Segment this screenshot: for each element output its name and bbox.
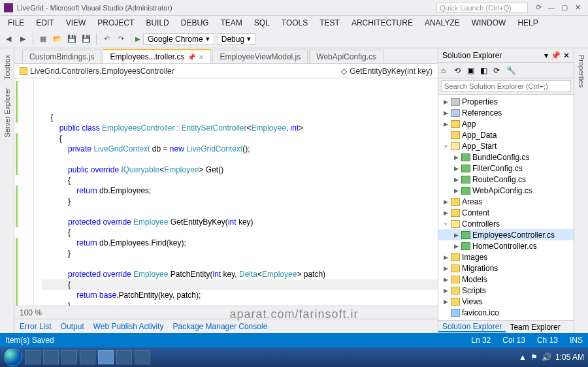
open-icon[interactable]: 📂 [52,33,63,45]
menu-help[interactable]: HELP [512,17,543,29]
expand-icon[interactable]: ▶ [453,243,459,249]
save-icon[interactable]: 💾 [66,33,78,45]
taskbar-item[interactable] [116,350,132,364]
expand-icon[interactable]: ▶ [453,154,459,161]
expand-icon[interactable]: ▶ [453,187,459,194]
menu-tools[interactable]: TOOLS [276,17,313,29]
close-tab-icon[interactable]: ✕ [199,54,204,61]
tree-node[interactable]: ▶Properties [438,96,574,107]
panel-tab[interactable]: Solution Explorer [438,322,506,332]
sync-with-doc-icon[interactable]: ⟲ [454,66,463,75]
home-icon[interactable]: ⌂ [441,66,450,75]
tree-node[interactable]: ▶Views [438,296,574,307]
new-project-icon[interactable]: ▦ [37,33,49,45]
show-all-icon[interactable]: ◧ [480,66,489,75]
expand-icon[interactable]: ▶ [442,265,449,272]
expand-icon[interactable]: ▶ [453,176,459,183]
menu-test[interactable]: TEST [314,17,345,29]
tree-node[interactable]: ▶EmployeesController.cs [438,229,574,240]
expand-icon[interactable]: ▶ [442,254,449,261]
close-button[interactable]: ✕ [571,3,584,12]
pin-icon[interactable]: 📌 [188,54,195,61]
nav-back-icon[interactable]: ◀ [3,33,14,45]
expand-icon[interactable]: ▶ [442,99,449,105]
expand-icon[interactable]: ▿ [442,143,449,150]
tray-icon[interactable]: ⚑ [531,353,538,362]
start-orb[interactable] [4,348,22,366]
tree-node[interactable]: ▶Scripts [438,285,574,296]
tree-node[interactable]: ▶HomeController.cs [438,240,574,251]
expand-icon[interactable]: ▶ [442,287,449,294]
collapse-icon[interactable]: ▣ [467,66,476,75]
refresh-icon[interactable]: ⟳ [493,66,502,75]
redo-icon[interactable]: ↷ [115,33,127,45]
tree-node[interactable]: favicon.ico [438,307,574,318]
undo-icon[interactable]: ↶ [101,33,112,45]
tray-icon[interactable]: ▲ [519,353,527,362]
well-tab-properties[interactable]: Properties [578,52,585,90]
solution-search-input[interactable] [441,80,571,92]
output-tab[interactable]: Output [61,322,84,331]
sync-icon[interactable]: ⟳ [532,3,545,12]
tree-node[interactable]: ▿Controllers [438,218,574,229]
tree-node[interactable]: ▶Models [438,274,574,285]
tray-time[interactable]: 1:05 AM [555,353,584,362]
editor-tab[interactable]: EmployeeViewModel.js [212,50,308,63]
editor-tab[interactable]: WebApiConfig.cs [309,50,384,63]
menu-architecture[interactable]: ARCHITECTURE [346,17,418,29]
panel-pin-icon[interactable]: 📌 [551,51,561,60]
menu-build[interactable]: BUILD [140,17,174,29]
minimize-button[interactable]: — [545,4,558,12]
expand-icon[interactable]: ▶ [442,121,449,127]
tree-node[interactable]: ▶BundleConfig.cs [438,152,574,163]
solution-tree[interactable]: ▶Properties▶References▶AppApp_Data▿App_S… [438,95,574,320]
start-debug-button[interactable]: ▶ [135,35,140,42]
expand-icon[interactable]: ▶ [442,110,449,116]
menu-project[interactable]: PROJECT [92,17,139,29]
expand-icon[interactable]: ▶ [442,199,449,205]
properties-icon[interactable]: 🔧 [506,66,515,75]
menu-view[interactable]: VIEW [61,17,91,29]
taskbar-item[interactable] [25,350,41,364]
taskbar-item[interactable] [43,350,59,364]
expand-icon[interactable]: ▶ [442,210,449,216]
menu-window[interactable]: WINDOW [466,17,512,29]
nav-fwd-icon[interactable]: ▶ [17,33,29,45]
panel-tab[interactable]: Team Explorer [506,323,564,332]
taskbar-item[interactable] [80,350,95,364]
menu-sql[interactable]: SQL [249,17,275,29]
quick-launch-input[interactable]: Quick Launch (Ctrl+Q) [436,3,528,13]
tree-node[interactable]: ▶Images [438,251,574,263]
menu-team[interactable]: TEAM [215,17,247,29]
tree-node[interactable]: ▶FilterConfig.cs [438,163,574,174]
tree-node[interactable]: ▶Migrations [438,263,574,274]
zoom-level[interactable]: 100 % [20,308,42,317]
output-tab[interactable]: Web Publish Activity [93,322,164,331]
panel-close-icon[interactable]: ✕ [563,51,570,60]
menu-edit[interactable]: EDIT [31,17,59,29]
tree-node[interactable]: App_Data [438,129,574,140]
expand-icon[interactable]: ▶ [453,165,459,172]
menu-analyze[interactable]: ANALYZE [419,17,465,29]
code-editor[interactable]: { public class EmployeesController : Ent… [14,78,438,306]
tree-node[interactable]: ▶Areas [438,196,574,207]
taskbar-item-vs[interactable] [98,350,114,364]
save-all-icon[interactable]: 💾 [80,33,92,45]
well-tab-toolbox[interactable]: Toolbox [3,52,11,82]
menu-file[interactable]: FILE [3,17,29,29]
browser-dropdown[interactable]: Google Chrome ▾ [143,33,214,45]
expand-icon[interactable]: ▶ [442,276,449,283]
editor-tab[interactable]: Employees...troller.cs📌✕ [103,49,211,63]
tree-node[interactable]: ▶RouteConfig.cs [438,174,574,185]
nav-class[interactable]: LiveGrid.Controllers.EmployeesController [30,67,174,76]
output-tab[interactable]: Package Manager Console [173,322,268,331]
tree-node[interactable]: ▶References [438,107,574,118]
tree-node[interactable]: ▿App_Start [438,140,574,152]
nav-method[interactable]: GetEntityByKey(int key) [350,67,433,76]
expand-icon[interactable]: ▶ [453,232,459,238]
menu-debug[interactable]: DEBUG [176,17,214,29]
output-tab[interactable]: Error List [20,322,52,331]
panel-dropdown-icon[interactable]: ▾ [544,51,548,60]
taskbar-item[interactable] [135,350,150,364]
tree-node[interactable]: ▶Content [438,207,574,218]
